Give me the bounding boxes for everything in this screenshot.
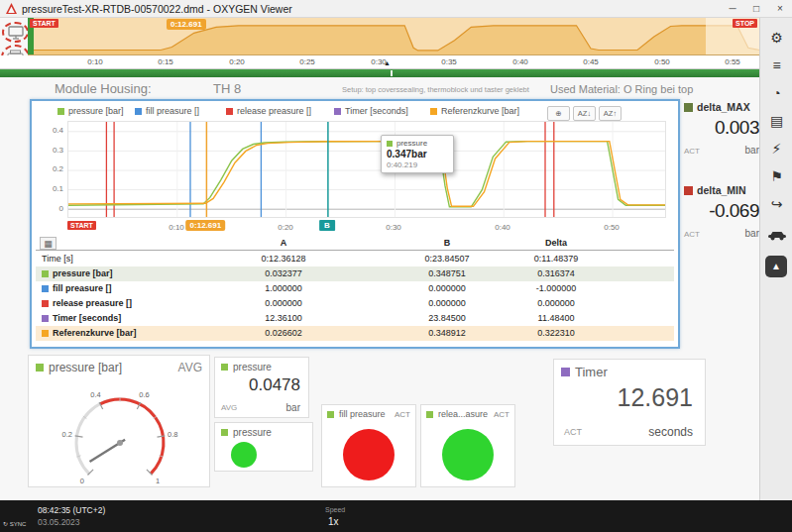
y-tick: 0.4 [38,126,63,135]
channel-swatch [221,364,228,371]
indicator-lamp [231,442,257,468]
setup-text: Setup: top coverssealing, thermoblock un… [342,85,529,94]
gauge-title: pressure [bar] [49,361,122,374]
mode-label: ACT [684,147,700,156]
marker-flag-icon[interactable]: ⚑ [760,164,792,188]
legend-item-referenzkurve[interactable]: Referenzkurve [bar] [430,106,519,116]
table-row-pressure[interactable]: pressure [bar] 0.032377 0.348751 0.31637… [36,266,674,281]
mode-label: ACT [494,410,509,419]
ruler-tick: 0:50 [654,57,670,66]
table-row-timer[interactable]: Timer [seconds] 12.36100 23.84500 11.484… [36,311,674,326]
sort-az-down-button[interactable]: AZ↓ [573,106,596,121]
progress-marker[interactable] [391,70,393,76]
table-row-time: Time [s] 0:12.36128 0:23.84507 0:11.4837… [36,252,674,266]
clock-time: 08:42:35 (UTC+2) [38,505,105,515]
legend-swatch [334,108,341,115]
table-header-row: ▦ A B Delta [36,236,674,251]
cell-a: 12.36100 [219,311,348,326]
export-icon[interactable]: ↪ [760,192,792,216]
timer-widget: Timer 12.691 ACT seconds [553,359,706,446]
report-icon[interactable]: ▤ [760,109,792,133]
ruler-tick: 0:55 [725,57,740,66]
legend-swatch [135,108,142,115]
table-row-referenzkurve[interactable]: Referenzkurve [bar] 0.026602 0.348912 0.… [36,326,674,341]
row-swatch [42,330,49,337]
used-material-text: Used Material: O Ring bei top [550,83,693,95]
actions-lightning-icon[interactable]: ⚡ [760,137,792,160]
indicator-title: fill preasure [339,409,386,419]
channel-swatch [426,411,433,418]
app-logo-icon [5,2,18,15]
sort-az-up-button[interactable]: AZ↑ [599,106,622,121]
row-swatch [42,300,49,307]
cell-delta: 0.322310 [492,326,621,341]
svg-text:0.8: 0.8 [168,430,177,439]
close-button[interactable]: × [768,0,792,18]
row-label: release preasure [] [53,296,132,311]
cell-delta: 0:11.48379 [492,252,621,266]
clock-date: 03.05.2023 [38,517,80,527]
digital-value: 0.0478 [249,375,300,395]
gauge-widget: pressure [bar] AVG 00.20.40.60.81 [28,355,210,487]
scroll-top-button[interactable]: ▲ [765,256,787,277]
row-label: pressure [bar] [53,266,113,281]
cursor-b-badge[interactable]: B [319,220,335,231]
y-tick: 0.3 [38,146,63,155]
svg-text:1: 1 [156,477,160,484]
x-tick: 0:50 [604,223,620,232]
legend-item-pressure[interactable]: pressure [bar] [57,106,124,116]
indicator-title: relea...asure [438,409,488,419]
svg-text:0.2: 0.2 [61,430,71,439]
tooltip-swatch [387,141,393,147]
settings-gear-icon[interactable]: ⚙ [760,26,792,50]
column-header-delta: Delta [492,236,621,251]
indicator-pressure-widget: pressure [214,422,313,472]
indicator-release-preasure-widget: relea...asure ACT [420,404,515,487]
channel-swatch [221,429,228,436]
channel-swatch [327,411,334,418]
delta-max-widget: delta_MAX 0.003 ACT bar [684,101,759,176]
annotation-ellipse [2,22,29,43]
x-tick: 0:40 [495,223,510,232]
unit-label: bar [745,145,759,156]
copy-table-button[interactable]: ▦ [40,237,57,250]
recording-overview-band[interactable]: START STOP 0:12.691 [28,18,759,55]
legend-item-timer[interactable]: Timer [seconds] [334,106,408,116]
channel-list-icon[interactable]: ≡ [760,53,792,77]
sync-icon: ↻ [3,521,8,527]
table-row-release-preasure[interactable]: release preasure [] 0.000000 0.000000 0.… [36,296,674,311]
recorder-chart-region: pressure [bar] fill preasure [] release … [30,99,680,349]
sync-badge[interactable]: ↻ SYNC [3,520,26,527]
mode-label: ACT [395,410,410,419]
channel-swatch [561,368,570,376]
overview-cursor-badge[interactable]: 0:12.691 [167,19,206,30]
minimize-button[interactable]: ─ [721,0,744,18]
cursor-a-badge[interactable]: 0:12.691 [186,220,226,231]
ruler-tick: 0:45 [583,57,599,66]
automotive-icon[interactable] [760,222,792,246]
playback-progress-bar[interactable] [0,69,759,77]
legend-item-fill-preasure[interactable]: fill preasure [] [135,106,199,116]
legend-item-release-preasure[interactable]: release preasure [] [226,106,311,116]
cell-delta: -1.000000 [492,281,621,296]
overview-start-badge: START [30,19,58,28]
chart-plot-area[interactable] [67,121,666,218]
table-row-fill-preasure[interactable]: fill preasure [] 1.000000 0.000000 -1.00… [36,281,674,296]
channel-swatch [684,186,693,195]
legend-swatch [430,108,437,115]
pan-zoom-button[interactable]: ⊕ [547,106,570,121]
timer-value: 12.691 [618,383,693,412]
delta-max-value: 0.003 [715,117,759,139]
maximize-button[interactable]: □ [744,0,768,18]
ruler-tick: 0:40 [512,57,528,66]
chart-tooltip: pressure 0.347bar 0:40.219 [381,135,454,173]
svg-text:0: 0 [80,477,84,484]
speed-value[interactable]: 1x [328,516,339,527]
position-caret-icon[interactable]: ▲ [384,59,391,66]
indicator-lamp [442,429,494,480]
measurement-screens-icon[interactable]: ◔ [760,81,792,105]
ruler-tick: 0:25 [299,57,315,66]
indicator-fill-preasure-widget: fill preasure ACT [321,404,416,487]
time-ruler[interactable]: 0:10 0:15 0:20 0:25 0:30 0:35 0:40 0:45 … [0,55,759,69]
cell-a: 0.026602 [219,326,348,341]
